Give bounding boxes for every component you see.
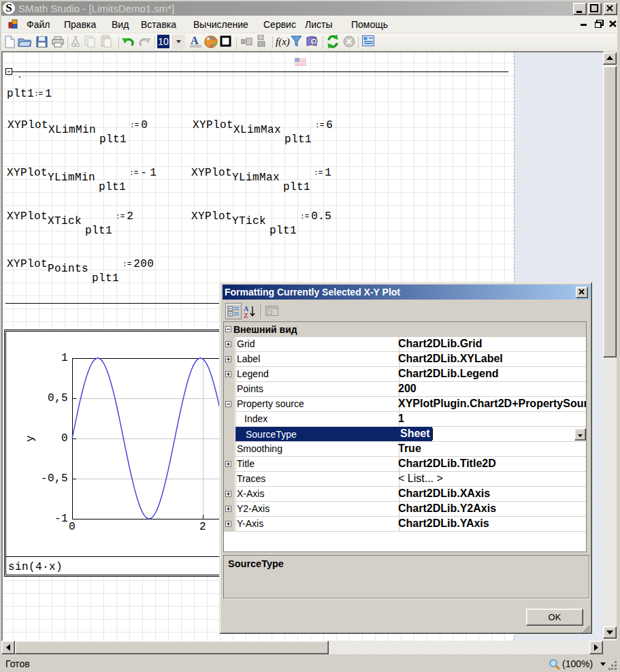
svg-text:?: ? [312,39,316,46]
svg-text:A: A [191,35,199,46]
svg-text:Z: Z [244,312,248,319]
